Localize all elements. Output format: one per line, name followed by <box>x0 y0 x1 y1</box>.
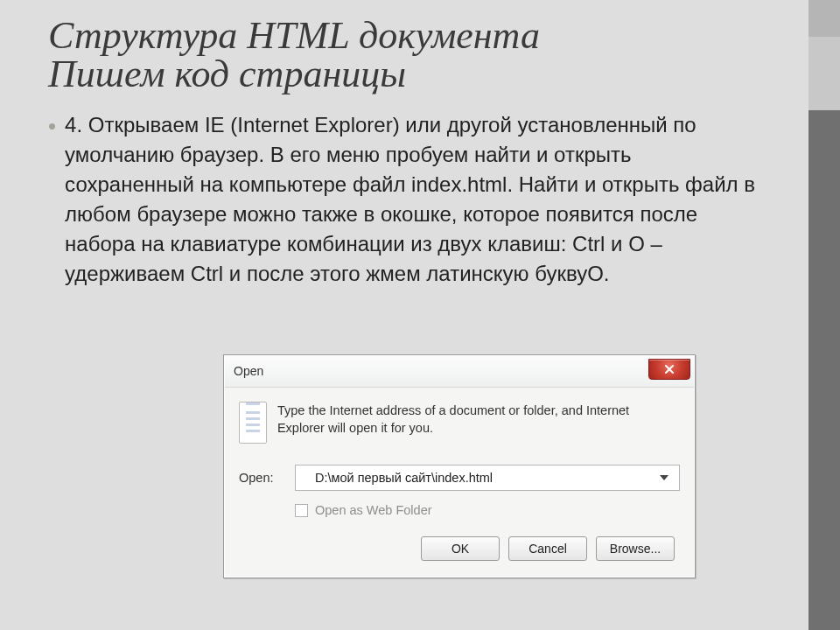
close-button[interactable] <box>648 359 690 380</box>
document-icon <box>239 402 267 444</box>
slide-accent-strip <box>808 0 840 630</box>
webfolder-label: Open as Web Folder <box>315 503 432 517</box>
slide-title-line1: Структура HTML документа <box>48 16 774 56</box>
browse-button[interactable]: Browse... <box>596 536 675 561</box>
dialog-title: Open <box>234 359 263 378</box>
open-path-combobox[interactable]: D:\мой первый сайт\index.html <box>295 465 680 491</box>
chevron-down-icon <box>660 475 668 480</box>
close-icon <box>664 364 675 374</box>
ok-button[interactable]: OK <box>421 536 500 561</box>
dialog-info-text: Type the Internet address of a document … <box>277 402 680 437</box>
dialog-button-row: OK Cancel Browse... <box>239 531 680 570</box>
cancel-button[interactable]: Cancel <box>508 536 587 561</box>
bullet-text: 4. Открываем IE (Internet Explorer) или … <box>65 110 765 289</box>
open-dialog: Open Type the Internet address of a docu… <box>223 354 696 578</box>
slide-title-line2: Пишем код страницы <box>48 54 774 94</box>
bullet-item: • 4. Открываем IE (Internet Explorer) ил… <box>48 110 774 289</box>
open-label: Open: <box>239 471 279 485</box>
bullet-marker-icon: • <box>48 110 56 138</box>
webfolder-checkbox[interactable] <box>295 504 308 517</box>
dialog-titlebar: Open <box>225 356 694 388</box>
open-path-value: D:\мой первый сайт\index.html <box>315 471 493 485</box>
